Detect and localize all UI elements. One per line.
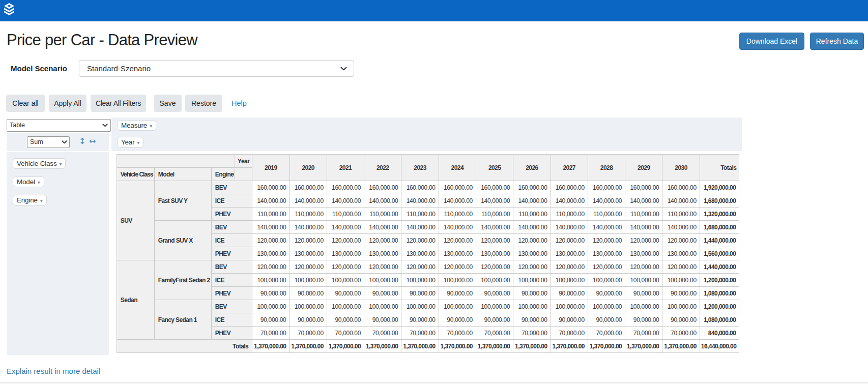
save-button[interactable]: Save — [154, 95, 182, 112]
row-header-engine[interactable]: BEV — [211, 181, 252, 194]
year-col-header[interactable]: 2028 — [588, 155, 625, 181]
value-cell: 100,000.00 — [588, 274, 625, 287]
value-cell: 120,000.00 — [327, 260, 364, 274]
row-header-engine[interactable]: ICE — [211, 234, 252, 247]
row-header-vehicle-class[interactable]: SUV — [117, 181, 154, 260]
attr-pill-year[interactable]: Year▾ — [117, 137, 143, 147]
col-order-toggle[interactable]: ↔ — [89, 137, 96, 146]
row-header-model[interactable]: Grand SUV X — [154, 221, 211, 260]
value-cell: 120,000.00 — [588, 260, 625, 274]
year-col-header[interactable]: 2026 — [513, 155, 551, 181]
value-cell: 140,000.00 — [513, 221, 551, 234]
value-cell: 160,000.00 — [439, 181, 476, 194]
help-link[interactable]: Help — [232, 99, 247, 107]
col-total-cell: 1,370,000.00 — [588, 340, 625, 353]
col-total-cell: 1,370,000.00 — [551, 340, 588, 353]
value-cell: 160,000.00 — [364, 181, 401, 194]
value-cell: 90,000.00 — [327, 313, 364, 327]
value-cell: 70,000.00 — [401, 327, 439, 340]
triangle-down-icon[interactable]: ▾ — [150, 123, 152, 129]
value-cell: 100,000.00 — [401, 300, 439, 313]
pivot-renderer-cell: Table — [7, 117, 109, 133]
row-header-model[interactable]: Fast SUV Y — [154, 181, 211, 221]
row-header-engine[interactable]: PHEV — [211, 327, 252, 340]
restore-button[interactable]: Restore — [185, 95, 222, 112]
renderer-select[interactable]: Table — [7, 119, 111, 132]
year-col-header[interactable]: 2027 — [551, 155, 588, 181]
year-col-header[interactable]: 2020 — [290, 155, 327, 181]
value-cell: 90,000.00 — [252, 313, 290, 327]
triangle-down-icon[interactable]: ▾ — [40, 198, 43, 203]
row-header-engine[interactable]: ICE — [211, 274, 252, 287]
year-col-header[interactable]: 2030 — [662, 155, 700, 181]
year-col-header[interactable]: 2021 — [327, 155, 364, 181]
refresh-data-button[interactable]: Refresh Data — [810, 33, 864, 50]
year-col-header[interactable]: 2029 — [625, 155, 662, 181]
triangle-down-icon[interactable]: ▾ — [137, 140, 139, 145]
row-total-cell: 1,920,000.00 — [700, 181, 739, 194]
value-cell: 120,000.00 — [513, 260, 551, 274]
apply-all-button[interactable]: Apply All — [49, 95, 86, 112]
value-cell: 90,000.00 — [662, 313, 700, 327]
row-header-engine[interactable]: ICE — [211, 313, 252, 327]
model-scenario-select[interactable]: Standard-Szenario — [79, 60, 354, 77]
value-cell: 120,000.00 — [588, 234, 625, 247]
row-header-model[interactable]: Fancy Sedan 1 — [154, 300, 211, 340]
value-cell: 160,000.00 — [662, 181, 700, 194]
value-cell: 130,000.00 — [439, 247, 476, 260]
year-col-header[interactable]: 2019 — [252, 155, 290, 181]
totals-col-header[interactable]: Totals — [700, 155, 739, 181]
value-cell: 120,000.00 — [551, 234, 588, 247]
row-header-engine[interactable]: ICE — [211, 194, 252, 208]
value-cell: 100,000.00 — [476, 300, 513, 313]
value-cell: 140,000.00 — [252, 194, 290, 208]
clear-all-filters-button[interactable]: Clear All Filters — [91, 95, 146, 112]
attr-pill-vehicle-class[interactable]: Vehicle Class▾ — [13, 158, 66, 169]
value-cell: 120,000.00 — [513, 234, 551, 247]
row-header-engine[interactable]: PHEV — [211, 247, 252, 260]
value-cell: 90,000.00 — [662, 287, 700, 300]
value-cell: 120,000.00 — [290, 234, 327, 247]
value-cell: 120,000.00 — [327, 234, 364, 247]
row-order-toggle[interactable]: ↕ — [79, 137, 85, 146]
row-header-engine[interactable]: PHEV — [211, 287, 252, 300]
value-cell: 130,000.00 — [364, 247, 401, 260]
value-cell: 100,000.00 — [439, 274, 476, 287]
triangle-down-icon[interactable]: ▾ — [38, 180, 40, 185]
value-cell: 160,000.00 — [476, 181, 513, 194]
aggregator-select[interactable]: Sum — [27, 136, 70, 148]
explain-result-link[interactable]: Explain result in more detail — [7, 367, 100, 375]
year-col-header[interactable]: 2022 — [364, 155, 401, 181]
row-header-model[interactable]: FamilyFirst Sedan 2 — [154, 260, 211, 300]
download-excel-button[interactable]: Download Excel — [739, 33, 804, 50]
value-cell: 100,000.00 — [625, 274, 662, 287]
year-col-header[interactable]: 2024 — [439, 155, 476, 181]
col-total-cell: 1,370,000.00 — [252, 340, 290, 353]
row-total-cell: 1,080,000.00 — [700, 287, 739, 300]
attr-pill-engine[interactable]: Engine▾ — [13, 195, 47, 205]
value-cell: 110,000.00 — [364, 208, 401, 221]
attr-pill-measure[interactable]: Measure▾ — [117, 120, 156, 131]
value-cell: 90,000.00 — [513, 313, 551, 327]
value-cell: 140,000.00 — [439, 221, 476, 234]
value-cell: 120,000.00 — [625, 234, 662, 247]
value-cell: 100,000.00 — [327, 274, 364, 287]
value-cell: 110,000.00 — [476, 208, 513, 221]
row-attr-label: Model — [154, 168, 211, 181]
attr-pill-model[interactable]: Model▾ — [13, 176, 44, 187]
row-header-engine[interactable]: BEV — [211, 300, 252, 313]
year-col-header[interactable]: 2025 — [476, 155, 513, 181]
clear-all-button[interactable]: Clear all — [6, 95, 45, 112]
pivot-aggregator-cell: Sum ↕ ↔ — [7, 133, 109, 151]
row-header-engine[interactable]: BEV — [211, 260, 252, 274]
row-header-engine[interactable]: PHEV — [211, 208, 252, 221]
triangle-down-icon[interactable]: ▾ — [59, 161, 62, 167]
row-header-engine[interactable]: BEV — [211, 221, 252, 234]
value-cell: 160,000.00 — [551, 181, 588, 194]
row-header-vehicle-class[interactable]: Sedan — [117, 260, 154, 340]
col-total-cell: 1,370,000.00 — [364, 340, 401, 353]
stack-icon[interactable] — [4, 3, 14, 17]
value-cell: 160,000.00 — [625, 181, 662, 194]
year-col-header[interactable]: 2023 — [401, 155, 439, 181]
totals-row-header[interactable]: Totals — [117, 340, 252, 353]
